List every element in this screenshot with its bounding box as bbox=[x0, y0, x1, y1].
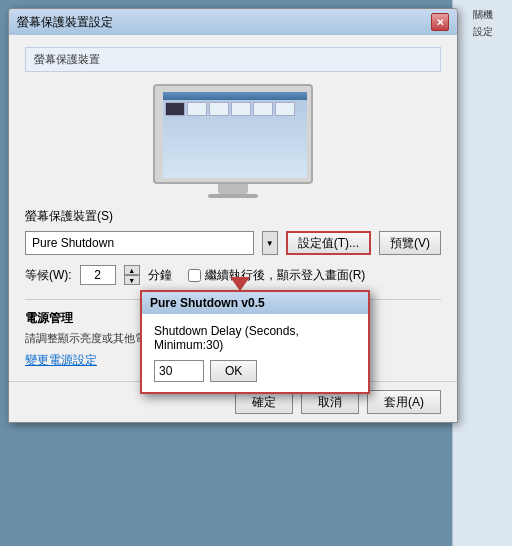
spinner-down-button[interactable]: ▼ bbox=[124, 275, 140, 285]
mini-block-3 bbox=[209, 102, 229, 116]
popup-desc: Shutdown Delay (Seconds, Minimum:30) bbox=[154, 324, 356, 352]
popup-title: Pure Shutdown v0.5 bbox=[150, 296, 265, 310]
screensaver-label-row: 螢幕保護裝置(S) bbox=[25, 208, 441, 225]
spinner-buttons: ▲ ▼ bbox=[124, 265, 140, 285]
preview-button[interactable]: 預覽(V) bbox=[379, 231, 441, 255]
monitor-screen bbox=[163, 92, 307, 178]
mini-content bbox=[163, 100, 307, 118]
unit-label: 分鐘 bbox=[148, 267, 172, 284]
checkbox-text: 繼續執行後，顯示登入畫面(R) bbox=[205, 267, 366, 284]
dialog-titlebar: 螢幕保護裝置設定 ✕ bbox=[9, 9, 457, 35]
mini-screenshot bbox=[163, 92, 307, 178]
wait-label: 等候(W): bbox=[25, 267, 72, 284]
preview-area bbox=[25, 84, 441, 194]
close-button[interactable]: ✕ bbox=[431, 13, 449, 31]
apply-button[interactable]: 套用(A) bbox=[367, 390, 441, 414]
mini-titlebar bbox=[163, 92, 307, 100]
login-screen-checkbox[interactable] bbox=[188, 269, 201, 282]
right-panel: 關機 設定 bbox=[452, 0, 512, 546]
mini-block-1 bbox=[165, 102, 185, 116]
monitor-outer bbox=[153, 84, 313, 184]
breadcrumb: 螢幕保護裝置 bbox=[25, 47, 441, 72]
monitor-stand bbox=[218, 184, 248, 194]
monitor-base bbox=[208, 194, 258, 198]
monitor-preview bbox=[153, 84, 313, 194]
popup-titlebar: Pure Shutdown v0.5 bbox=[142, 292, 368, 314]
dropdown-value: Pure Shutdown bbox=[32, 236, 114, 250]
dialog-title: 螢幕保護裝置設定 bbox=[17, 14, 113, 31]
settings-button[interactable]: 設定值(T)... bbox=[286, 231, 371, 255]
mini-block-4 bbox=[231, 102, 251, 116]
popup-input-row: OK bbox=[154, 360, 356, 382]
popup-ok-button[interactable]: OK bbox=[210, 360, 257, 382]
dropdown-row: Pure Shutdown ▼ 設定值(T)... 預覽(V) bbox=[25, 231, 441, 255]
power-link[interactable]: 變更電源設定 bbox=[25, 353, 97, 367]
wait-input[interactable] bbox=[80, 265, 116, 285]
right-panel-label2: 設定 bbox=[457, 25, 508, 38]
mini-block-2 bbox=[187, 102, 207, 116]
popup-input[interactable] bbox=[154, 360, 204, 382]
popup-dialog: Pure Shutdown v0.5 Shutdown Delay (Secon… bbox=[140, 290, 370, 394]
screensaver-label: 螢幕保護裝置(S) bbox=[25, 208, 113, 225]
right-panel-label1: 關機 bbox=[457, 8, 508, 21]
arrow-indicator bbox=[230, 277, 250, 291]
spinner-up-button[interactable]: ▲ bbox=[124, 265, 140, 275]
dropdown-arrow-button[interactable]: ▼ bbox=[262, 231, 278, 255]
mini-block-5 bbox=[253, 102, 273, 116]
breadcrumb-text: 螢幕保護裝置 bbox=[34, 53, 100, 65]
mini-block-6 bbox=[275, 102, 295, 116]
screensaver-dropdown[interactable]: Pure Shutdown bbox=[25, 231, 254, 255]
checkbox-label: 繼續執行後，顯示登入畫面(R) bbox=[188, 267, 366, 284]
popup-body: Shutdown Delay (Seconds, Minimum:30) OK bbox=[142, 314, 368, 392]
